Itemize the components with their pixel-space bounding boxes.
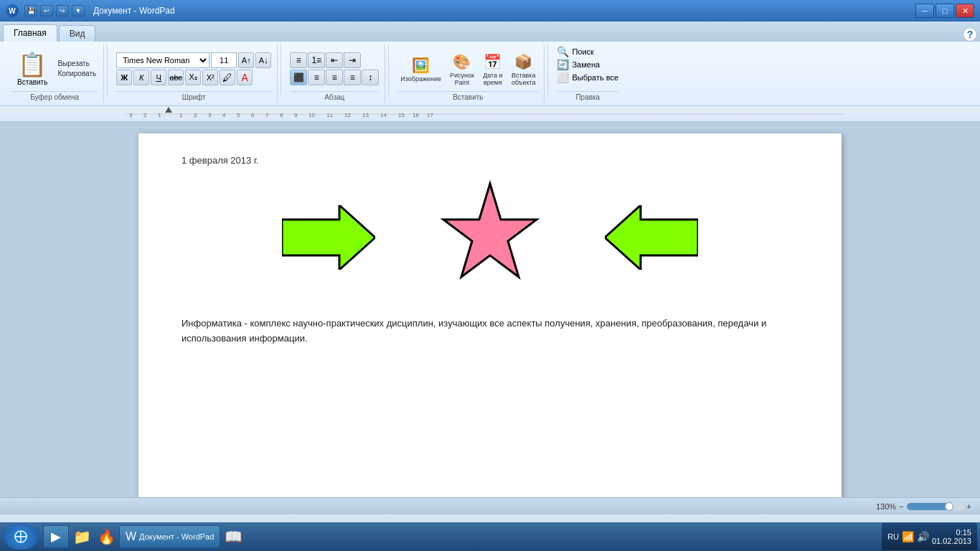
svg-marker-23 [282, 205, 375, 270]
bold-button[interactable]: Ж [116, 70, 132, 85]
close-button[interactable]: ✕ [956, 4, 974, 18]
svg-text:15: 15 [398, 112, 405, 118]
clipboard-group: 📋 Вставить Вырезать Копировать Буфер обм… [6, 44, 104, 103]
taskbar-reader-icon[interactable]: 📖 [222, 525, 245, 548]
clipboard-content: 📋 Вставить Вырезать Копировать [11, 46, 98, 91]
copy-button[interactable]: Копировать [56, 69, 98, 78]
svg-marker-25 [605, 205, 698, 270]
system-tray: RU 📶 🔊 0:15 01.02.2013 [882, 523, 977, 550]
svg-text:5: 5 [237, 112, 240, 118]
strikethrough-button[interactable]: abc [168, 70, 184, 85]
page: 1 февраля 2013 г. Информатика - комплекс… [138, 133, 842, 497]
paragraph-group: ≡ 1≡ ⇤ ⇥ ⬛ ≡ ≡ ≡ ↕ Абзац [284, 44, 385, 103]
cut-button[interactable]: Вырезать [56, 59, 98, 68]
superscript-button[interactable]: Х² [202, 70, 218, 85]
zoom-level: 130% [876, 502, 896, 511]
svg-text:7: 7 [265, 112, 269, 118]
taskbar-wordpad-button[interactable]: W Документ - WordPad [119, 525, 220, 548]
sep1 [107, 44, 108, 95]
list-number-button[interactable]: 1≡ [308, 52, 325, 68]
sep4 [547, 44, 548, 95]
app-icon: W [6, 4, 19, 17]
align-justify-button[interactable]: ≡ [344, 70, 361, 85]
indent-decrease-button[interactable]: ⇤ [326, 52, 343, 68]
find-button[interactable]: 🔍 Поиск [557, 46, 593, 57]
svg-text:11: 11 [326, 112, 333, 118]
insert-image-button[interactable]: 🖼️ Изображение [397, 54, 444, 84]
windows-logo [11, 527, 31, 547]
quick-access-dropdown[interactable]: ▼ [72, 5, 85, 17]
font-size-input[interactable] [211, 52, 237, 68]
tab-view[interactable]: Вид [59, 25, 96, 42]
network-icon: 📶 [902, 531, 914, 542]
ribbon-content: 📋 Вставить Вырезать Копировать Буфер обм… [0, 42, 980, 106]
edit-group: 🔍 Поиск 🔄 Замена ⬜ Выбрать все Правка [551, 44, 624, 103]
svg-marker-24 [443, 184, 537, 277]
maximize-button[interactable]: □ [936, 4, 954, 18]
quick-access-save[interactable]: 💾 [24, 5, 37, 17]
list-bullet-button[interactable]: ≡ [290, 52, 307, 68]
sep2 [281, 44, 281, 95]
line-spacing-button[interactable]: ↕ [362, 70, 379, 85]
taskbar-folder-icon[interactable]: 📁 [70, 525, 93, 548]
paragraph-label: Абзац [290, 91, 379, 101]
zoom-out-button[interactable]: − [899, 502, 903, 511]
arrow-left-shape [605, 205, 698, 270]
svg-text:6: 6 [251, 112, 255, 118]
document-area: 1 февраля 2013 г. Информатика - комплекс… [0, 122, 980, 497]
tab-home[interactable]: Главная [3, 24, 57, 42]
svg-text:2: 2 [143, 112, 147, 118]
minimize-button[interactable]: ─ [915, 4, 934, 18]
subscript-button[interactable]: Х₂ [185, 70, 201, 85]
taskbar-media-button[interactable]: ▶ [43, 525, 69, 548]
align-center-button[interactable]: ≡ [308, 70, 325, 85]
quick-access-undo[interactable]: ↩ [40, 5, 53, 17]
italic-button[interactable]: К [133, 70, 149, 85]
title-bar: W 💾 ↩ ↪ ▼ Документ - WordPad ─ □ ✕ [0, 0, 980, 22]
ruler-svg: 3 2 1 1 2 3 4 5 6 7 8 9 10 11 12 13 14 1… [126, 107, 843, 121]
window-title: Документ - WordPad [93, 6, 175, 16]
help-button[interactable]: ? [963, 27, 977, 42]
body-text: Информатика - комплекс научно-практическ… [182, 316, 798, 347]
svg-text:1: 1 [179, 112, 183, 118]
shapes-area [182, 180, 798, 295]
font-name-select[interactable]: Times New Roman [116, 52, 209, 68]
svg-text:16: 16 [413, 112, 419, 118]
start-button[interactable] [3, 524, 39, 550]
svg-text:9: 9 [294, 112, 298, 118]
insert-datetime-button[interactable]: 📅 Дата ивремя [480, 50, 506, 88]
paste-button[interactable]: 📋 Вставить [11, 48, 53, 89]
align-left-button[interactable]: ⬛ [290, 70, 307, 85]
highlight-button[interactable]: 🖊 [220, 70, 235, 85]
zoom-thumb[interactable] [945, 502, 953, 511]
font-size-increase[interactable]: A↑ [238, 52, 254, 68]
language-indicator: RU [887, 532, 899, 541]
replace-button[interactable]: 🔄 Замена [557, 59, 600, 70]
svg-text:8: 8 [280, 112, 283, 118]
zoom-in-button[interactable]: + [967, 502, 971, 511]
quick-access-redo[interactable]: ↪ [56, 5, 69, 17]
zoom-slider[interactable] [907, 503, 964, 510]
align-right-button[interactable]: ≡ [326, 70, 343, 85]
underline-button[interactable]: Ч [151, 70, 166, 85]
font-color-button[interactable]: A [237, 70, 253, 85]
insert-object-button[interactable]: 📦 Вставкаобъекта [509, 50, 539, 88]
taskbar-mozilla-icon[interactable]: 🔥 [95, 525, 118, 548]
insert-paint-button[interactable]: 🎨 РисунокPaint [447, 50, 477, 88]
indent-increase-button[interactable]: ⇥ [344, 52, 361, 68]
clipboard-top: 📋 Вставить Вырезать Копировать [11, 48, 98, 89]
ribbon-tabs: Главная Вид ? [0, 22, 980, 42]
insert-content: 🖼️ Изображение 🎨 РисунокPaint 📅 Дата ивр… [397, 46, 538, 91]
svg-text:3: 3 [129, 112, 133, 118]
svg-text:4: 4 [222, 112, 226, 118]
edit-content: 🔍 Поиск 🔄 Замена ⬜ Выбрать все [557, 46, 618, 91]
svg-text:12: 12 [344, 112, 351, 118]
insert-group: 🖼️ Изображение 🎨 РисунокPaint 📅 Дата ивр… [392, 44, 545, 103]
ruler: 3 2 1 1 2 3 4 5 6 7 8 9 10 11 12 13 14 1… [0, 106, 980, 122]
tray-clock: 0:15 01.02.2013 [932, 528, 971, 545]
select-all-button[interactable]: ⬜ Выбрать все [557, 72, 618, 83]
font-size-decrease[interactable]: A↓ [255, 52, 271, 68]
font-controls: Times New Roman A↑ A↓ Ж К Ч abc Х₂ Х² 🖊 … [116, 46, 271, 91]
taskbar: ▶ 📁 🔥 W Документ - WordPad 📖 RU 📶 🔊 0:15… [0, 522, 980, 551]
svg-text:10: 10 [308, 112, 315, 118]
